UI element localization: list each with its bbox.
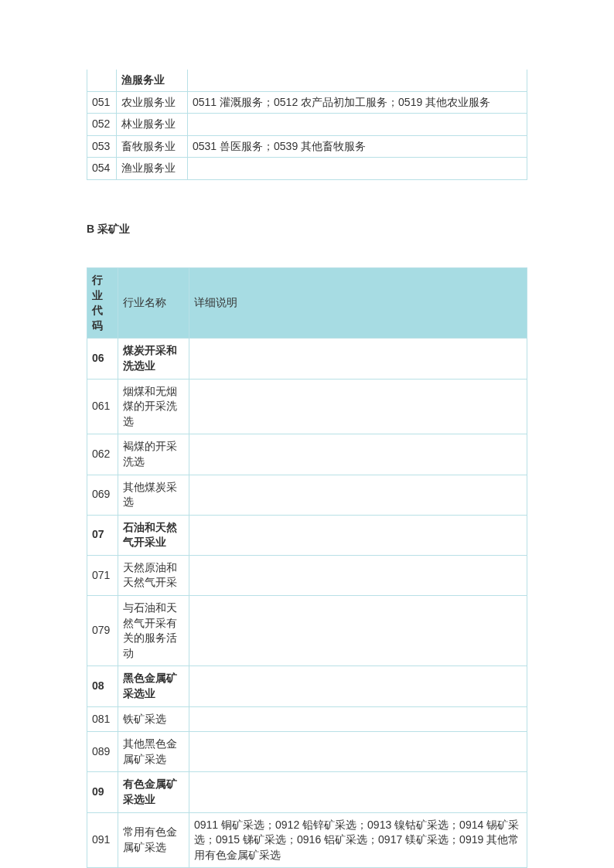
cell-name: 与石油和天然气开采有关的服务活动	[118, 596, 189, 666]
cell-name: 林业服务业	[117, 114, 188, 136]
page: 渔服务业051农业服务业0511 灌溉服务；0512 农产品初加工服务；0519…	[0, 0, 614, 868]
cell-name: 黑色金属矿采选业	[118, 666, 189, 706]
cell-code: 069	[87, 475, 118, 515]
cell-name: 畜牧服务业	[117, 135, 188, 158]
cell-desc	[189, 666, 527, 706]
table-row: 069其他煤炭采选	[87, 475, 527, 515]
cell-code: 052	[87, 114, 117, 136]
cell-desc	[188, 70, 527, 91]
col-header-desc: 详细说明	[189, 267, 527, 338]
cell-name: 农业服务业	[117, 91, 188, 114]
table-row: 079与石油和天然气开采有关的服务活动	[87, 596, 527, 666]
section-heading-b: B 采矿业	[87, 223, 527, 237]
cell-desc	[189, 555, 527, 595]
table-row: 053畜牧服务业0531 兽医服务；0539 其他畜牧服务	[87, 135, 527, 158]
table-upper: 渔服务业051农业服务业0511 灌溉服务；0512 农产品初加工服务；0519…	[87, 70, 527, 180]
table-row: 09有色金属矿采选业	[87, 772, 527, 812]
cell-code: 054	[87, 158, 117, 180]
cell-name: 渔业服务业	[117, 158, 188, 180]
table-row: 06煤炭开采和洗选业	[87, 339, 527, 379]
cell-name: 烟煤和无烟煤的开采洗选	[118, 379, 189, 434]
cell-code: 051	[87, 91, 117, 114]
cell-desc	[189, 732, 527, 772]
cell-code: 08	[87, 666, 118, 706]
cell-desc: 0531 兽医服务；0539 其他畜牧服务	[188, 135, 527, 158]
cell-code: 071	[87, 555, 118, 595]
col-header-name: 行业名称	[118, 267, 189, 338]
table-row: 052林业服务业	[87, 114, 527, 136]
table-row: 054渔业服务业	[87, 158, 527, 180]
cell-name: 褐煤的开采洗选	[118, 434, 189, 475]
cell-desc: 0911 铜矿采选；0912 铅锌矿采选；0913 镍钴矿采选；0914 锡矿采…	[189, 812, 527, 868]
table-row: 08黑色金属矿采选业	[87, 666, 527, 706]
cell-name: 常用有色金属矿采选	[118, 812, 189, 868]
cell-code: 091	[87, 812, 118, 868]
cell-desc	[189, 475, 527, 515]
table-row: 051农业服务业0511 灌溉服务；0512 农产品初加工服务；0519 其他农…	[87, 91, 527, 114]
table-row: 062褐煤的开采洗选	[87, 434, 527, 475]
cell-name: 铁矿采选	[118, 706, 189, 732]
cell-name: 有色金属矿采选业	[118, 772, 189, 812]
cell-code: 061	[87, 379, 118, 434]
col-header-code: 行业代码	[87, 267, 118, 338]
table-row: 07石油和天然气开采业	[87, 515, 527, 555]
table-row: 091常用有色金属矿采选0911 铜矿采选；0912 铅锌矿采选；0913 镍钴…	[87, 812, 527, 868]
cell-code: 06	[87, 339, 118, 379]
cell-desc	[188, 114, 527, 136]
cell-desc	[189, 772, 527, 812]
cell-name: 渔服务业	[117, 70, 188, 91]
cell-code: 062	[87, 434, 118, 475]
cell-code: 053	[87, 135, 117, 158]
cell-code: 07	[87, 515, 118, 555]
cell-name: 其他黑色金属矿采选	[118, 732, 189, 772]
cell-desc	[189, 379, 527, 434]
table-row: 089其他黑色金属矿采选	[87, 732, 527, 772]
cell-code: 089	[87, 732, 118, 772]
cell-desc: 0511 灌溉服务；0512 农产品初加工服务；0519 其他农业服务	[188, 91, 527, 114]
cell-name: 煤炭开采和洗选业	[118, 339, 189, 379]
table-row: 081铁矿采选	[87, 706, 527, 732]
cell-desc	[189, 339, 527, 379]
cell-desc	[189, 706, 527, 732]
cell-desc	[189, 434, 527, 475]
cell-code: 081	[87, 706, 118, 732]
cell-desc	[189, 596, 527, 666]
cell-code	[87, 70, 117, 91]
table-mining: 行业代码 行业名称 详细说明 06煤炭开采和洗选业061烟煤和无烟煤的开采洗选0…	[87, 267, 527, 868]
table-row: 061烟煤和无烟煤的开采洗选	[87, 379, 527, 434]
cell-desc	[189, 515, 527, 555]
cell-name: 石油和天然气开采业	[118, 515, 189, 555]
cell-name: 天然原油和天然气开采	[118, 555, 189, 595]
table-row: 071天然原油和天然气开采	[87, 555, 527, 595]
table-row: 渔服务业	[87, 70, 527, 91]
cell-desc	[188, 158, 527, 180]
cell-code: 079	[87, 596, 118, 666]
cell-code: 09	[87, 772, 118, 812]
table-header-row: 行业代码 行业名称 详细说明	[87, 267, 527, 338]
cell-name: 其他煤炭采选	[118, 475, 189, 515]
